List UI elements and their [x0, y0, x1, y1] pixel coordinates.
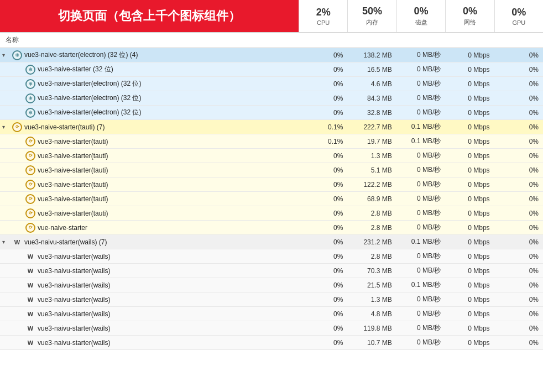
child-name-cell: ▾ W vue3-naivu-starter(wails)	[0, 280, 299, 290]
child-disk: 0 MB/秒	[396, 338, 445, 347]
group-name-cell: ▾ ⟳ vue3-naive-starter(tauti) (7)	[0, 122, 299, 132]
child-disk: 0 MB/秒	[396, 79, 445, 88]
child-name-cell: ▾ W vue3-naivu-starter(wails)	[0, 266, 299, 276]
group-disk: 0 MB/秒	[396, 50, 445, 60]
child-name-cell: ▾ ⟳ vue3-naive-starter(tauti)	[0, 151, 299, 161]
child-cpu: 0%	[299, 166, 347, 174]
child-net: 0 Mbps	[445, 95, 494, 102]
child-cpu: 0%	[299, 210, 347, 217]
child-process-row[interactable]: ▾ ⚛ vue3-naive-starter (32 位) 0% 16.5 MB…	[0, 62, 543, 77]
child-net: 0 Mbps	[445, 310, 494, 318]
tauri-icon: ⟳	[25, 180, 35, 190]
child-disk: 0 MB/秒	[396, 151, 445, 160]
child-process-row[interactable]: ▾ ⟳ vue3-naive-starter(tauti) 0% 5.1 MB …	[0, 163, 543, 177]
child-disk: 0.1 MB/秒	[396, 137, 445, 146]
child-process-row[interactable]: ▾ W vue3-naivu-starter(wails) 0% 2.8 MB …	[0, 249, 543, 264]
child-name-label: vue3-naive-starter(tauti)	[38, 195, 108, 203]
group-header-row[interactable]: ▾ ⟳ vue3-naive-starter(tauti) (7) 0.1% 2…	[0, 120, 543, 134]
child-process-row[interactable]: ▾ ⟳ vue3-naive-starter(tauti) 0% 122.2 M…	[0, 177, 543, 192]
group-gpu: 0%	[494, 123, 543, 131]
child-mem: 19.7 MB	[347, 138, 396, 145]
group-header-row[interactable]: ▾ W vue3-naivu-starter(wails) (7) 0% 231…	[0, 235, 543, 249]
wails-icon: W	[25, 280, 35, 290]
child-process-row[interactable]: ▾ ⚛ vue3-naive-starter(electron) (32 位) …	[0, 77, 543, 91]
stat-col-内存: 50% 内存	[347, 0, 396, 32]
stat-value: 2%	[316, 7, 331, 18]
child-net: 0 Mbps	[445, 109, 494, 117]
child-mem: 2.8 MB	[347, 253, 396, 260]
child-process-row[interactable]: ▾ W vue3-naivu-starter(wails) 0% 4.8 MB …	[0, 307, 543, 321]
child-name-cell: ▾ ⚛ vue3-naive-starter (32 位)	[0, 65, 299, 75]
tauri-icon: ⟳	[25, 194, 35, 204]
group-cpu: 0%	[299, 51, 347, 59]
child-mem: 1.3 MB	[347, 152, 396, 160]
group-net: 0 Mbps	[445, 238, 494, 246]
child-net: 0 Mbps	[445, 296, 494, 304]
wails-icon: W	[25, 252, 35, 262]
child-process-row[interactable]: ▾ ⚛ vue3-naive-starter(electron) (32 位) …	[0, 91, 543, 106]
child-process-row[interactable]: ▾ ⟳ vue-naive-starter 0% 2.8 MB 0 MB/秒 0…	[0, 221, 543, 235]
child-gpu: 0%	[494, 80, 543, 88]
tauri-icon: ⟳	[25, 151, 35, 161]
child-name-cell: ▾ W vue3-naivu-starter(wails)	[0, 309, 299, 319]
child-name-label: vue3-naive-starter(electron) (32 位)	[38, 93, 141, 103]
expand-arrow[interactable]: ▾	[2, 239, 10, 245]
tauri-icon: ⟳	[12, 122, 22, 132]
banner-text: 切换页面（包含上千个图标组件）	[58, 8, 241, 24]
child-gpu: 0%	[494, 138, 543, 145]
child-gpu: 0%	[494, 253, 543, 260]
group-name-label: vue3-naive-starter(tauti) (7)	[24, 123, 105, 131]
expand-arrow[interactable]: ▾	[2, 124, 10, 130]
child-disk: 0 MB/秒	[396, 194, 445, 203]
tauri-icon: ⟳	[25, 137, 35, 147]
child-net: 0 Mbps	[445, 80, 494, 88]
child-mem: 10.7 MB	[347, 339, 396, 347]
wails-icon: W	[25, 338, 35, 348]
child-name-label: vue3-naive-starter(tauti)	[38, 138, 108, 145]
child-mem: 68.9 MB	[347, 195, 396, 203]
child-name-cell: ▾ ⟳ vue3-naive-starter(tauti)	[0, 165, 299, 175]
stat-label: 内存	[366, 18, 378, 27]
group-name-label: vue3-naivu-starter(wails) (7)	[24, 238, 107, 246]
child-name-cell: ▾ ⚛ vue3-naive-starter(electron) (32 位)	[0, 108, 299, 118]
child-name-cell: ▾ W vue3-naivu-starter(wails)	[0, 252, 299, 262]
child-process-row[interactable]: ▾ W vue3-naivu-starter(wails) 0% 10.7 MB…	[0, 336, 543, 350]
child-process-row[interactable]: ▾ W vue3-naivu-starter(wails) 0% 119.8 M…	[0, 321, 543, 336]
child-name-cell: ▾ ⚛ vue3-naive-starter(electron) (32 位)	[0, 79, 299, 89]
child-process-row[interactable]: ▾ ⟳ vue3-naive-starter(tauti) 0% 1.3 MB …	[0, 149, 543, 163]
child-name-label: vue3-naive-starter(electron) (32 位)	[38, 108, 141, 117]
child-net: 0 Mbps	[445, 138, 494, 145]
child-gpu: 0%	[494, 224, 543, 232]
child-mem: 2.8 MB	[347, 224, 396, 232]
child-process-row[interactable]: ▾ ⟳ vue3-naive-starter(tauti) 0.1% 19.7 …	[0, 134, 543, 149]
child-disk: 0 MB/秒	[396, 165, 445, 175]
child-cpu: 0%	[299, 296, 347, 304]
child-process-row[interactable]: ▾ W vue3-naivu-starter(wails) 0% 21.5 MB…	[0, 278, 543, 292]
child-mem: 32.8 MB	[347, 109, 396, 117]
child-gpu: 0%	[494, 267, 543, 275]
electron-icon: ⚛	[12, 50, 22, 60]
expand-arrow[interactable]: ▾	[2, 52, 10, 58]
child-net: 0 Mbps	[445, 152, 494, 160]
child-name-label: vue3-naive-starter (32 位)	[38, 65, 113, 74]
tauri-icon: ⟳	[25, 223, 35, 233]
child-gpu: 0%	[494, 281, 543, 289]
stat-value: 0%	[414, 6, 429, 17]
child-name-cell: ▾ W vue3-naivu-starter(wails)	[0, 295, 299, 305]
child-cpu: 0%	[299, 95, 347, 102]
child-gpu: 0%	[494, 66, 543, 74]
child-cpu: 0%	[299, 181, 347, 189]
child-process-row[interactable]: ▾ ⚛ vue3-naive-starter(electron) (32 位) …	[0, 106, 543, 120]
child-cpu: 0%	[299, 310, 347, 318]
child-gpu: 0%	[494, 325, 543, 332]
child-mem: 84.3 MB	[347, 95, 396, 102]
child-process-row[interactable]: ▾ W vue3-naivu-starter(wails) 0% 1.3 MB …	[0, 292, 543, 307]
child-process-row[interactable]: ▾ ⟳ vue3-naive-starter(tauti) 0% 2.8 MB …	[0, 206, 543, 221]
group-header-row[interactable]: ▾ ⚛ vue3-naive-starter(electron) (32 位) …	[0, 48, 543, 62]
child-process-row[interactable]: ▾ W vue3-naivu-starter(wails) 0% 70.3 MB…	[0, 264, 543, 278]
tauri-icon: ⟳	[25, 208, 35, 218]
child-process-row[interactable]: ▾ ⟳ vue3-naive-starter(tauti) 0% 68.9 MB…	[0, 192, 543, 206]
child-name-label: vue3-naivu-starter(wails)	[38, 281, 110, 289]
child-name-label: vue3-naivu-starter(wails)	[38, 267, 110, 275]
child-name-cell: ▾ ⚛ vue3-naive-starter(electron) (32 位)	[0, 93, 299, 103]
